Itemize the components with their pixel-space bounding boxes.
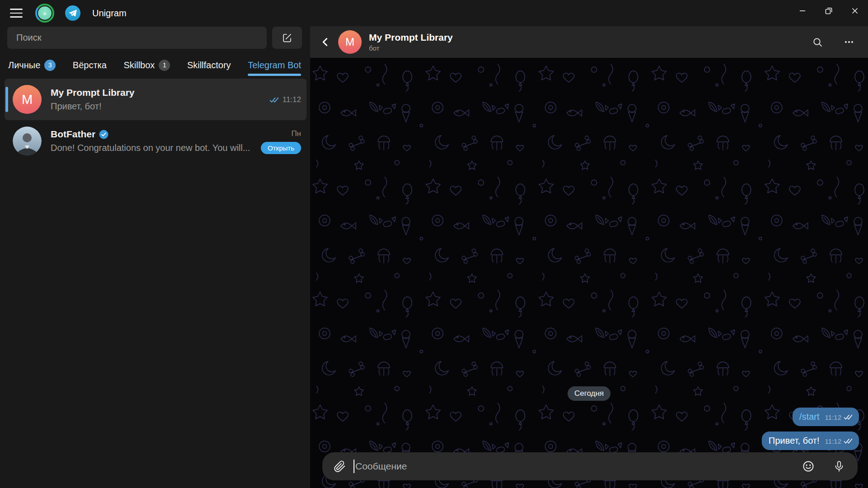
chat-pane: M My Prompt Library бот (310, 26, 868, 488)
chat-text: My Prompt Library Привет, бот! (51, 87, 264, 112)
restore-button[interactable] (816, 0, 842, 22)
message-time: 11:12 (825, 437, 841, 445)
message-input[interactable] (355, 461, 794, 472)
avatar-initial: M (345, 36, 354, 48)
chat-header-actions (809, 34, 857, 50)
search-input[interactable] (7, 27, 267, 49)
hamburger-icon (10, 13, 23, 14)
close-icon (850, 6, 860, 16)
profile-avatar-inner: + (37, 5, 52, 21)
chat-last-message: Привет, бот! (51, 101, 264, 112)
tab-lichnye[interactable]: Личные 3 (8, 53, 56, 77)
tab-telegram-bot[interactable]: Telegram Bot (248, 53, 301, 77)
avatar-initial: M (22, 92, 33, 107)
botfather-avatar-image (13, 127, 42, 155)
tab-verstka[interactable]: Вёрстка (73, 53, 107, 77)
tab-skillfactory[interactable]: Skillfactory (187, 53, 231, 77)
minimize-icon (797, 6, 807, 16)
chat-item-botfather[interactable]: BotFather Done! Congratulations on your … (5, 120, 307, 162)
chat-title: BotFather (51, 129, 95, 140)
chat-more-button[interactable] (841, 34, 857, 50)
chevron-left-icon (320, 36, 331, 48)
message-text: Привет, бот! (769, 436, 819, 446)
emoji-icon (802, 460, 815, 473)
selection-indicator (5, 87, 8, 112)
verified-badge-icon (99, 130, 108, 139)
message-bubble-start[interactable]: /start 11:12 (793, 408, 859, 426)
chat-time: Пн (291, 129, 301, 138)
tab-label: Skillfactory (187, 60, 231, 70)
minimize-button[interactable] (789, 0, 816, 22)
chat-search-button[interactable] (809, 34, 826, 50)
message-text[interactable]: /start (799, 412, 819, 422)
chat-meta: 11:12 (269, 94, 301, 104)
chat-folder-tabs: Личные 3 Вёрстка Skillbox 1 Skillfactory… (0, 53, 310, 77)
chat-avatar (13, 127, 42, 155)
message-list: /start 11:12 Привет, бот! 11:12 (762, 408, 859, 450)
close-button[interactable] (842, 0, 868, 22)
microphone-icon (833, 460, 845, 472)
unread-badge: 1 (159, 60, 170, 71)
chat-header-title: My Prompt Library (369, 32, 453, 43)
read-receipt-icon (844, 438, 853, 444)
app-title: Unigram (92, 8, 127, 19)
chat-meta: Пн Открыть (261, 128, 301, 154)
tab-label: Telegram Bot (248, 60, 301, 70)
voice-message-button[interactable] (830, 458, 848, 475)
compose-icon (282, 33, 292, 43)
emoji-button[interactable] (800, 458, 817, 475)
tab-label: Личные (8, 60, 40, 70)
chat-header-titles[interactable]: My Prompt Library бот (369, 32, 453, 52)
chat-avatar: M (13, 85, 42, 114)
chat-header: M My Prompt Library бот (310, 26, 868, 58)
chat-body: Сегодня /start 11:12 Привет, бот! 11:12 (310, 58, 868, 488)
more-options-icon (844, 37, 854, 47)
profile-avatar[interactable]: + (35, 4, 54, 23)
open-bot-button[interactable]: Открыть (261, 142, 301, 154)
window-controls (789, 0, 868, 22)
active-tab-underline (248, 74, 301, 76)
paperclip-icon (334, 460, 346, 473)
menu-button[interactable] (10, 5, 25, 21)
chat-text: BotFather Done! Congratulations on your … (51, 129, 255, 153)
back-button[interactable] (316, 33, 335, 51)
chat-last-message: Done! Congratulations on your new bot. Y… (51, 143, 255, 153)
sidebar: Личные 3 Вёрстка Skillbox 1 Skillfactory… (0, 26, 310, 488)
message-time: 11:12 (825, 413, 841, 421)
tab-label: Вёрстка (73, 60, 107, 70)
chat-title: My Prompt Library (51, 87, 135, 98)
attach-button[interactable] (331, 458, 348, 475)
chat-item-my-prompt-library[interactable]: M My Prompt Library Привет, бот! 11:12 (5, 79, 307, 120)
search-icon (812, 37, 823, 47)
chat-header-avatar[interactable]: M (338, 30, 362, 54)
tab-skillbox[interactable]: Skillbox 1 (123, 53, 170, 77)
tab-label: Skillbox (123, 60, 155, 70)
hamburger-icon (10, 9, 23, 10)
unread-badge: 3 (44, 60, 56, 71)
message-bubble-privet[interactable]: Привет, бот! 11:12 (762, 432, 859, 450)
date-divider: Сегодня (567, 386, 610, 401)
text-caret (354, 460, 354, 473)
unigram-window: + Unigram (0, 0, 868, 488)
chat-list: M My Prompt Library Привет, бот! 11:12 (0, 79, 310, 162)
chat-header-subtitle: бот (369, 44, 453, 52)
plus-icon: + (43, 9, 47, 17)
restore-icon (824, 6, 834, 16)
read-receipt-icon (269, 97, 279, 103)
search-row (0, 26, 310, 49)
titlebar: + Unigram (0, 0, 868, 26)
hamburger-icon (10, 16, 23, 18)
message-composer (322, 452, 858, 480)
telegram-logo-icon (65, 5, 80, 21)
read-receipt-icon (844, 414, 853, 420)
compose-button[interactable] (272, 27, 302, 49)
chat-time: 11:12 (283, 95, 301, 104)
